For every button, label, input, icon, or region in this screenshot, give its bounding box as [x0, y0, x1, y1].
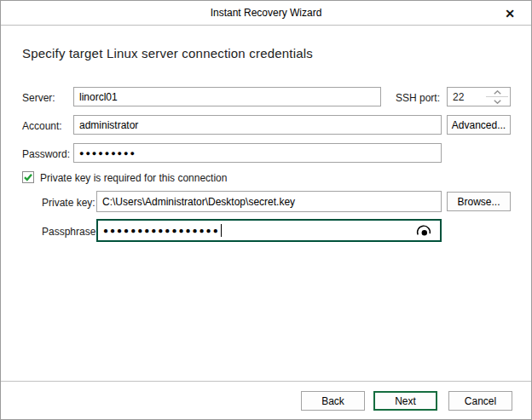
advanced-button-label: Advanced... [452, 119, 506, 131]
cancel-button-label: Cancel [465, 395, 496, 407]
passphrase-label: Passphrase: [42, 226, 99, 238]
browse-button-label: Browse... [457, 196, 500, 208]
ssh-port-arrows [486, 88, 508, 106]
checkmark-icon [23, 172, 33, 182]
browse-button[interactable]: Browse... [447, 192, 511, 211]
password-label: Password: [22, 148, 70, 160]
back-button[interactable]: Back [301, 391, 365, 411]
ssh-port-label: SSH port: [396, 92, 440, 104]
eye-icon [415, 224, 433, 238]
advanced-button[interactable]: Advanced... [447, 115, 511, 135]
passphrase-masked-value: ●●●●●●●●●●●●●●●●● [103, 226, 220, 235]
spin-down-button[interactable] [486, 97, 508, 106]
account-input[interactable] [73, 115, 442, 135]
titlebar: Instant Recovery Wizard ✕ [1, 1, 531, 26]
private-key-checkbox-label[interactable]: Private key is required for this connect… [40, 172, 227, 184]
chevron-up-icon [494, 90, 501, 95]
reveal-password-icon[interactable] [415, 224, 433, 240]
chevron-down-icon [494, 100, 501, 104]
window-title: Instant Recovery Wizard [1, 1, 531, 25]
text-caret [221, 224, 222, 237]
private-key-label: Private key: [42, 197, 95, 209]
server-input[interactable] [73, 87, 381, 106]
page-title: Specify target Linux server connection c… [22, 46, 313, 60]
close-icon: ✕ [505, 7, 515, 20]
ssh-port-value: 22 [453, 88, 464, 106]
close-button[interactable]: ✕ [499, 4, 521, 23]
back-button-label: Back [321, 395, 344, 407]
password-input[interactable]: ●●●●●●●●● [73, 143, 442, 163]
spin-up-button[interactable] [486, 88, 508, 96]
private-key-checkbox[interactable] [22, 171, 34, 183]
ssh-port-stepper[interactable]: 22 [447, 87, 511, 106]
private-key-input[interactable] [96, 191, 442, 212]
server-label: Server: [22, 92, 55, 104]
next-button-label: Next [395, 395, 416, 407]
password-masked-value: ●●●●●●●●● [79, 149, 136, 158]
instant-recovery-wizard-dialog: Instant Recovery Wizard ✕ Specify target… [0, 0, 532, 420]
passphrase-input[interactable]: ●●●●●●●●●●●●●●●●● [96, 219, 442, 242]
next-button[interactable]: Next [373, 391, 437, 411]
footer-divider [1, 381, 532, 382]
cancel-button[interactable]: Cancel [448, 391, 512, 411]
account-label: Account: [22, 120, 62, 132]
